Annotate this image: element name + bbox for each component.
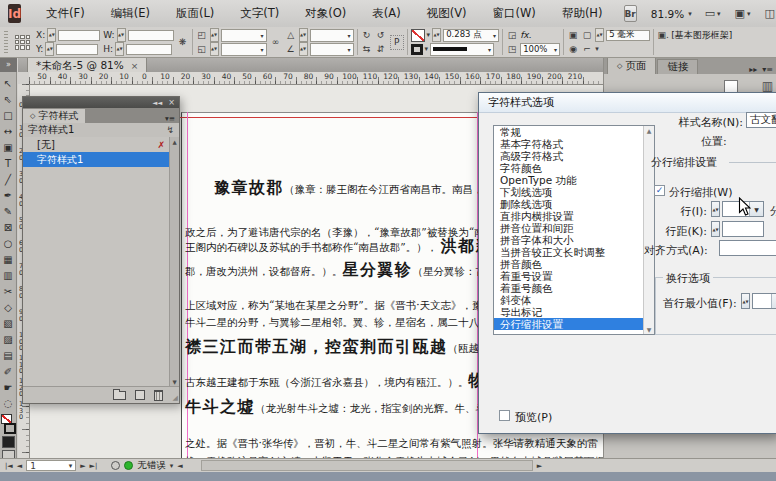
object-style-combo[interactable]: [基本图形框架] [671, 29, 732, 42]
frame-tool[interactable]: ⊠ [0, 219, 16, 235]
page-number-field[interactable]: 1 ▾ [26, 460, 76, 471]
grid-tool[interactable]: ▥ [0, 267, 16, 283]
character-style-row[interactable]: 字符样式1 [23, 152, 169, 167]
horizontal-scrollbar[interactable] [201, 460, 533, 471]
menu-item[interactable]: 对象(O) [292, 0, 359, 27]
zoom-tool[interactable]: ◌ [0, 395, 16, 411]
flip-horizontal-button[interactable]: ⇆ [361, 44, 373, 54]
clear-override-icon[interactable]: ✗ [157, 140, 165, 150]
direct-selection-tool[interactable]: ⇖ [0, 91, 16, 107]
scroll-up-icon[interactable]: ▲ [647, 127, 652, 134]
shear-angle-combo[interactable]: ▾ [310, 43, 354, 56]
dialog-list-item[interactable]: 拼音位置和间距 [494, 222, 643, 234]
dialog-list-item[interactable]: 高级字符格式 [494, 150, 643, 162]
scroll-up-icon[interactable]: ▲ [172, 139, 176, 145]
dock-collapse-icon[interactable]: ▸▸ [749, 65, 757, 74]
reference-point-proxy[interactable] [15, 35, 30, 50]
opacity-combo[interactable]: 100%▾ [520, 43, 560, 56]
hscroll-left-arrow[interactable]: ◄ [177, 462, 182, 470]
wrap-jump-button[interactable]: ◉ [567, 44, 579, 54]
stroke-weight-combo[interactable]: 0.283 点▾ [443, 29, 499, 42]
dialog-list-item[interactable]: 直排内横排设置 [494, 210, 643, 222]
first-min-stepper[interactable]: ▲▼ [741, 293, 750, 309]
selection-tool[interactable]: ↖ [0, 75, 16, 91]
panel-menu-icon[interactable]: ▾≡ [165, 114, 179, 123]
new-style-group-button[interactable] [113, 391, 126, 400]
dialog-list-item[interactable]: 着重号设置 [494, 270, 643, 282]
wrap-none-button[interactable]: ▣ [567, 30, 579, 40]
menu-item[interactable]: 帮助(H) [549, 0, 616, 27]
stroke-swatch[interactable] [4, 423, 16, 434]
w-field[interactable] [128, 30, 174, 41]
hscroll-right-arrow[interactable]: ► [537, 462, 542, 470]
dialog-list-item[interactable]: 当拼音较正文长时调整 [494, 246, 643, 258]
y-field[interactable] [56, 44, 98, 55]
pen-tool[interactable]: ✒ [0, 187, 16, 203]
y-stepper[interactable]: ▲▼ [45, 42, 54, 56]
fx-button[interactable]: fx. [520, 30, 531, 40]
table-tool[interactable]: ▦ [0, 251, 16, 267]
create-new-style-button[interactable] [135, 390, 145, 400]
menu-item[interactable]: 编辑(E) [98, 0, 163, 27]
document-tab[interactable]: *未命名-5 @ 81% × [27, 57, 147, 73]
dialog-title-bar[interactable]: 字符样式选项 [479, 93, 776, 113]
tab-pages[interactable]: ◇ 页面 [607, 57, 656, 74]
pencil-tool[interactable]: ✎ [0, 203, 16, 219]
tab-character-styles[interactable]: ◇ 字符样式 [23, 109, 85, 123]
dialog-list-item[interactable]: 拼音字体和大小 [494, 234, 643, 246]
line-tool[interactable]: ╱ [0, 171, 16, 187]
w-stepper[interactable]: ▲▼ [117, 28, 126, 42]
menu-item[interactable]: 视图(V) [414, 0, 480, 27]
style-name-field[interactable]: 古文翻译 [746, 112, 776, 128]
scissors-tool[interactable]: ✂ [0, 283, 16, 299]
menu-item[interactable]: 窗口(W) [480, 0, 549, 27]
view-options-button[interactable]: ▣ ▾ [735, 7, 751, 20]
dialog-list-item[interactable]: 导出标记 [494, 306, 643, 318]
rotate-cw-button[interactable]: ↻ [361, 30, 373, 40]
prev-page-button[interactable]: ◄ [17, 462, 22, 470]
menu-item[interactable]: 文件(F) [33, 0, 98, 27]
panel-menu-icon[interactable]: ▾≡ [762, 65, 773, 74]
dialog-list-item[interactable]: 斜变体 [494, 294, 643, 306]
dialog-list-item[interactable]: 常规 [494, 126, 643, 138]
last-page-button[interactable]: ►| [90, 462, 98, 470]
preview-checkbox[interactable] [499, 410, 510, 421]
menu-item[interactable]: 表(A) [359, 0, 413, 27]
close-icon[interactable]: × [131, 61, 139, 71]
horizontal-ruler[interactable]: 5040302010010203040506070809010011012013… [29, 72, 603, 85]
dialog-list-item[interactable]: 字符颜色 [494, 162, 643, 174]
lines-stepper[interactable]: ▲▼ [711, 201, 720, 217]
line-gap-stepper[interactable]: ▲▼ [711, 221, 720, 237]
panel-title-bar[interactable]: ◄◄ × [23, 97, 179, 108]
rotation-angle-combo[interactable]: ▾ [310, 29, 354, 42]
first-page-button[interactable]: |◄ [5, 462, 13, 470]
warichu-checkbox[interactable]: ✓ [654, 185, 665, 196]
next-page-button[interactable]: ► [80, 462, 85, 470]
eyedropper-tool[interactable]: ✐ [0, 363, 16, 379]
dialog-list-item[interactable]: 基本字符格式 [494, 138, 643, 150]
type-tool[interactable]: T [0, 155, 16, 171]
free-transform-tool[interactable]: ◇ [0, 299, 16, 315]
x-field[interactable] [58, 30, 100, 41]
dialog-list-item[interactable]: 下划线选项 [494, 186, 643, 198]
corner-radius-field[interactable]: 5 毫米 [606, 30, 650, 41]
page-tool[interactable]: □ [0, 107, 16, 123]
dialog-list-item[interactable]: 删除线选项 [494, 198, 643, 210]
scale-y-combo[interactable]: ▾ [221, 43, 267, 56]
x-stepper[interactable]: ▲▼ [47, 28, 56, 42]
effects-icon[interactable]: ◲ [506, 30, 518, 40]
arrange-documents-button[interactable]: ◫ ▾ [765, 7, 776, 20]
panel-collapse-icon[interactable]: ◄◄ [152, 99, 162, 107]
panel-drag-handle[interactable] [4, 31, 8, 53]
scroll-down-icon[interactable]: ▼ [647, 326, 652, 333]
rotate-ccw-button[interactable]: ↺ [375, 30, 387, 40]
chevron-down-icon[interactable]: ▾ [170, 462, 174, 470]
delete-style-button[interactable] [154, 390, 163, 401]
apply-color-button[interactable] [2, 436, 15, 448]
h-stepper[interactable]: ▲▼ [115, 42, 124, 56]
note-tool[interactable]: ▤ [0, 347, 16, 363]
panel-scrollbar[interactable]: ▲ ▼ [169, 137, 179, 387]
stroke-color-swatch[interactable] [411, 44, 423, 55]
close-icon[interactable]: × [168, 98, 175, 107]
gradient-tool[interactable]: ▧ [0, 315, 16, 331]
